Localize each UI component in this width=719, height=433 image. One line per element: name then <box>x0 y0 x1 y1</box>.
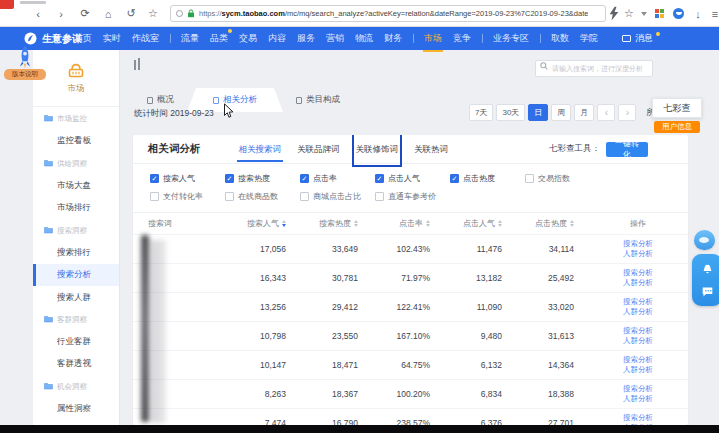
column-header-2[interactable]: 搜索热度 <box>300 218 372 229</box>
sidebar-item-attribute-insight[interactable]: 属性洞察 <box>33 398 119 420</box>
sidebar-group-search-insight[interactable]: 搜索洞察 <box>33 219 119 241</box>
search-input[interactable] <box>535 60 653 77</box>
qicai-popup[interactable]: 七彩查 <box>652 98 702 118</box>
downloads-icon[interactable]: ↓ <box>690 0 706 27</box>
nav-item-finance[interactable]: 财务 <box>384 32 402 45</box>
profile-extension-icon[interactable] <box>673 8 684 19</box>
crowd-analysis-link[interactable]: 人群分析 <box>588 394 688 404</box>
sidebar-item-search-rank[interactable]: 搜索排行 <box>33 242 119 264</box>
search-analysis-link[interactable]: 搜索分析 <box>588 239 688 249</box>
nav-item-trade[interactable]: 交易 <box>239 32 257 45</box>
date-button-prev[interactable]: ‹ <box>597 104 615 121</box>
metric-online-items[interactable]: 在线商品数 <box>225 191 300 202</box>
sidebar-item-market-rank[interactable]: 市场排行 <box>33 197 119 219</box>
metric-trade-index[interactable]: 交易指数 <box>525 173 600 184</box>
nav-item-market[interactable]: 市场 <box>424 32 442 45</box>
extensions-grid-icon[interactable] <box>655 9 664 18</box>
date-button-month[interactable]: 月 <box>574 104 594 121</box>
nav-item-compete[interactable]: 竞争 <box>453 32 471 45</box>
sidebar-item-crowd-perspective[interactable]: 客群透视 <box>33 353 119 375</box>
nav-item-biz-zone[interactable]: 业务专区 <box>493 32 529 45</box>
user-info-badge[interactable]: 用户信息 <box>654 121 700 133</box>
reader-mode-icon[interactable] <box>176 10 183 17</box>
column-header-5[interactable]: 点击热度 <box>516 218 588 229</box>
refresh-icon[interactable]: ⟳ <box>77 0 93 27</box>
chevron-down-icon[interactable] <box>641 12 647 16</box>
nav-item-academy[interactable]: 学院 <box>580 32 598 45</box>
search-analysis-link[interactable]: 搜索分析 <box>588 384 688 394</box>
checkbox-unchecked[interactable] <box>150 192 159 201</box>
date-button-30d[interactable]: 30天 <box>496 104 525 121</box>
column-header-1[interactable]: 搜索人气 <box>228 218 300 229</box>
metric-click-rate[interactable]: ✓点击率 <box>300 173 375 184</box>
sidebar-group-customer-insight[interactable]: 客群洞察 <box>33 309 119 331</box>
metric-click-heat[interactable]: ✓点击热度 <box>450 173 525 184</box>
metric-ztc-ref-price[interactable]: 直通车参考价 <box>375 191 450 202</box>
nav-item-content[interactable]: 内容 <box>268 32 286 45</box>
search-analysis-link[interactable]: 搜索分析 <box>588 355 688 365</box>
metric-pay-conversion[interactable]: 支付转化率 <box>150 191 225 202</box>
sidebar-group-market-monitor[interactable]: 市场监控 <box>33 108 119 130</box>
crowd-analysis-link[interactable]: 人群分析 <box>588 307 688 317</box>
sort-carets-icon[interactable] <box>570 220 574 227</box>
home-icon[interactable]: ⌂ <box>100 0 116 27</box>
card-tab-related-search-words[interactable]: 相关搜索词 <box>239 136 282 163</box>
back-icon[interactable]: ‹ <box>30 0 46 27</box>
version-notes-tooltip[interactable]: 版本说明 <box>4 69 46 80</box>
card-tab-related-hot-words[interactable]: 关联热词 <box>414 136 448 163</box>
checkbox-unchecked[interactable] <box>300 192 309 201</box>
mascot-avatar[interactable] <box>694 230 715 250</box>
metric-mall-click-share[interactable]: 商城点击占比 <box>300 191 375 202</box>
chat-icon[interactable] <box>701 286 714 298</box>
bookmark-icon[interactable]: ☆ <box>145 0 161 27</box>
checkbox-unchecked[interactable] <box>525 174 534 183</box>
collapse-handle-icon[interactable] <box>134 58 142 70</box>
sidebar-item-industry-crowd[interactable]: 行业客群 <box>33 331 119 353</box>
sort-carets-icon[interactable] <box>426 220 430 227</box>
date-button-day[interactable]: 日 <box>528 104 548 121</box>
sort-carets-icon[interactable] <box>354 220 358 227</box>
nav-item-category[interactable]: 品类 <box>210 32 228 45</box>
date-button-7d[interactable]: 7天 <box>469 104 493 121</box>
search-analysis-link[interactable]: 搜索分析 <box>588 326 688 336</box>
nav-item-realtime[interactable]: 实时 <box>103 32 121 45</box>
menu-icon[interactable]: ≡ <box>707 0 719 27</box>
column-header-3[interactable]: 点击率 <box>372 218 444 229</box>
metric-search-heat[interactable]: ✓搜索热度 <box>225 173 300 184</box>
metric-click-popularity[interactable]: ✓点击人气 <box>375 173 450 184</box>
date-button-next[interactable]: › <box>618 104 636 121</box>
checkbox-unchecked[interactable] <box>225 192 234 201</box>
navbar-right[interactable]: 消息 <box>622 27 653 50</box>
sidebar-item-market-overview[interactable]: 市场大盘 <box>33 175 119 197</box>
tab-category-structure[interactable]: 类目构成 <box>283 88 353 112</box>
search-analysis-link[interactable]: 搜索分析 <box>588 268 688 278</box>
date-button-week[interactable]: 周 <box>551 104 571 121</box>
nav-item-data[interactable]: 取数 <box>551 32 569 45</box>
sidebar-group-opportunity-insight[interactable]: 机会洞察 <box>33 376 119 398</box>
checkbox-checked[interactable]: ✓ <box>225 174 234 183</box>
address-bar[interactable]: https://sycm.taobao.com/mc/mq/search_ana… <box>170 5 606 22</box>
sidebar-item-monitor-board[interactable]: 监控看板 <box>33 130 119 152</box>
column-header-4[interactable]: 点击人气 <box>444 218 516 229</box>
nav-item-service[interactable]: 服务 <box>297 32 315 45</box>
crowd-analysis-link[interactable]: 人群分析 <box>588 249 688 259</box>
nav-item-home[interactable]: 首页 <box>74 32 92 45</box>
star-icon[interactable]: ☆ <box>621 0 637 27</box>
crowd-analysis-link[interactable]: 人群分析 <box>588 365 688 375</box>
nav-item-war-room[interactable]: 作战室 <box>132 32 159 45</box>
forward-icon[interactable]: › <box>53 0 69 27</box>
one-click-convert-button[interactable]: 一键转化 <box>606 142 648 157</box>
crowd-analysis-link[interactable]: 人群分析 <box>588 336 688 346</box>
checkbox-checked[interactable]: ✓ <box>300 174 309 183</box>
card-tab-related-brand-words[interactable]: 关联品牌词 <box>297 136 340 163</box>
bell-icon[interactable] <box>701 263 714 276</box>
search-analysis-link[interactable]: 搜索分析 <box>588 413 688 423</box>
crowd-analysis-link[interactable]: 人群分析 <box>588 278 688 288</box>
nav-item-logistics[interactable]: 物流 <box>355 32 373 45</box>
nav-item-traffic[interactable]: 流量 <box>181 32 199 45</box>
lightning-icon[interactable] <box>609 0 619 27</box>
nav-item-marketing[interactable]: 营销 <box>326 32 344 45</box>
card-tab-related-modifier-words[interactable]: 关联修饰词 <box>356 136 399 163</box>
sidebar-item-search-analysis[interactable]: 搜索分析 <box>33 264 119 286</box>
sort-carets-icon[interactable] <box>282 220 286 227</box>
